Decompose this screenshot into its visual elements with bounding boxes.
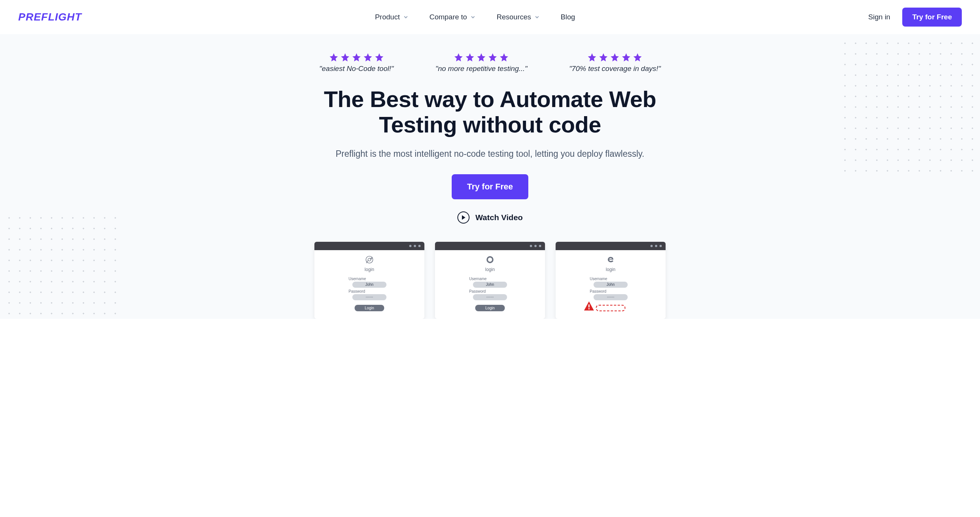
preview-login-title: login [364,267,374,272]
hero-cta-button[interactable]: Try for Free [452,174,528,199]
svg-point-3 [488,258,492,262]
preview-username-input: John [593,282,628,288]
ie-icon [606,255,615,264]
star-icon [621,53,631,62]
star-icon [488,53,498,62]
star-icon [329,53,339,62]
preview-password-input: ······· [352,294,387,300]
svg-rect-4 [589,305,590,308]
nav-blog[interactable]: Blog [560,13,575,21]
watch-video-link[interactable]: Watch Video [0,211,980,223]
play-icon [457,211,469,223]
hero-title: The Best way to Automate Web Testing wit… [301,86,679,137]
nav-label: Blog [560,13,575,21]
preview-login-title: login [485,267,495,272]
star-icon [499,53,509,62]
logo[interactable]: PREFLIGHT [18,11,82,23]
watch-video-label: Watch Video [476,213,523,222]
browser-titlebar [555,242,666,250]
preview-login-button: Login [475,305,505,311]
review-item: "easiest No-Code tool!" [319,53,394,73]
preview-username-input: John [473,282,507,288]
star-icon [476,53,486,62]
nav-resources[interactable]: Resources [496,13,539,21]
svg-point-1 [368,258,371,261]
main-nav: Product Compare to Resources Blog [375,13,575,21]
preview-login-button: Login [355,305,384,311]
star-icon [352,53,361,62]
browser-preview-ie: login Username John Password ······· x [555,242,666,319]
star-icon [465,53,475,62]
warning-icon [584,302,594,312]
star-icon [587,53,597,62]
star-icon [610,53,620,62]
browser-preview-firefox: login Username John Password ······· Log… [435,242,545,319]
chrome-icon [365,255,374,264]
preview-password-label: Password [590,289,606,294]
chevron-down-icon [471,15,475,19]
star-icon [340,53,350,62]
browser-preview-chrome: login Username John Password ······· Log… [314,242,425,319]
browser-titlebar [435,242,545,250]
star-icon [633,53,643,62]
preview-password-input: ······· [473,294,507,300]
nav-label: Product [375,13,400,21]
nav-product[interactable]: Product [375,13,408,21]
star-icon [598,53,608,62]
try-free-button[interactable]: Try for Free [902,8,962,27]
preview-username-label: Username [469,277,487,281]
nav-label: Resources [496,13,531,21]
star-rating [587,53,643,62]
star-rating [329,53,384,62]
chevron-down-icon [404,15,408,19]
nav-compare[interactable]: Compare to [429,13,475,21]
star-icon [363,53,373,62]
reviews-row: "easiest No-Code tool!" "no more repetit… [0,53,980,73]
chevron-down-icon [535,15,539,19]
star-rating [453,53,509,62]
preview-password-label: Password [348,289,365,294]
preview-password-label: Password [469,289,486,294]
hero-subtitle: Preflight is the most intelligent no-cod… [0,149,980,159]
preview-username-label: Username [590,277,607,281]
review-item: "no more repetitive testing..." [435,53,528,73]
preview-username-label: Username [348,277,366,281]
review-item: "70% test coverage in days!" [569,53,661,73]
firefox-icon [486,255,494,264]
logo-text: PREFLIGHT [18,11,82,23]
star-icon [374,53,384,62]
review-quote: "easiest No-Code tool!" [319,65,394,73]
svg-rect-5 [589,308,590,310]
sign-in-link[interactable]: Sign in [868,13,890,21]
star-icon [453,53,463,62]
nav-label: Compare to [429,13,467,21]
preview-login-title: login [606,267,615,272]
preview-login-button-error: x [596,305,625,311]
preview-password-input: ······· [593,294,628,300]
review-quote: "70% test coverage in days!" [569,65,661,73]
browser-titlebar [314,242,425,250]
browser-previews: login Username John Password ······· Log… [0,242,980,319]
review-quote: "no more repetitive testing..." [435,65,528,73]
preview-username-input: John [352,282,387,288]
